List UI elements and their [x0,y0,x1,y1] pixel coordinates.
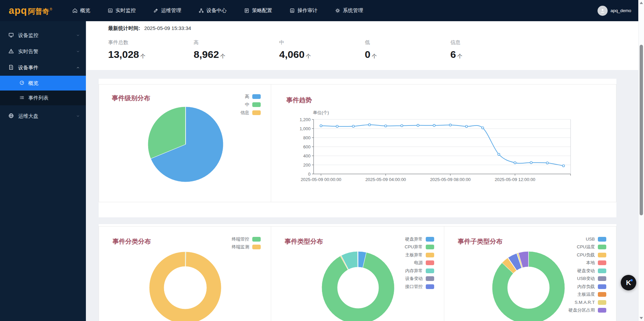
legend-swatch [598,237,606,242]
chevron-down-icon [76,49,80,55]
legend-swatch [252,237,261,242]
legend-item[interactable]: 主板异常 [405,252,434,258]
brand-logo[interactable]: apq阿普奇® [9,5,52,16]
legend-item[interactable]: CPU温度 [569,244,606,250]
legend-item[interactable]: 终端管控 [232,236,261,242]
home-icon [72,8,77,13]
nav-item-nodes[interactable]: 设备中心 [199,7,227,14]
username: apq_demo [611,8,631,13]
vertical-scrollbar[interactable] [638,0,644,321]
stat-card: 事件总数13,028个 [108,39,194,60]
audit-icon [290,8,295,13]
legend-item[interactable]: 内存负载 [569,283,606,290]
nav-item-policy[interactable]: 策略配置 [244,7,272,14]
nav-item-label: 设备中心 [206,7,227,14]
legend-item[interactable]: 本地 [569,260,606,266]
scrollbar-up-arrow[interactable] [640,2,643,4]
topnav-menu: 概览实时监控运维管理设备中心策略配置操作审计系统管理 [72,7,363,14]
legend-label: USB [586,237,595,242]
nav-item-label: 运维管理 [161,7,181,14]
file-event-icon [8,65,14,71]
legend-item[interactable]: 主板温度 [569,291,606,298]
legend-item[interactable]: 设备变动 [405,276,434,282]
legend-item[interactable]: 终端监测 [232,244,261,250]
nav-item-label: 操作审计 [297,7,318,14]
scrollbar-thumb[interactable] [640,45,643,215]
stat-value: 6个 [450,49,536,60]
nav-item-home[interactable]: 概览 [72,7,90,14]
sidebar-item-file-event[interactable]: 设备事件 [0,60,86,76]
stat-value: 13,028个 [108,49,194,60]
stat-unit: 个 [372,53,377,59]
legend-item[interactable]: 电源 [405,260,434,266]
legend-swatch [426,269,434,273]
policy-icon [244,8,249,13]
user-menu[interactable]: apq_demo [598,0,631,21]
legend-item[interactable]: 高 [240,93,261,100]
pencil-icon [153,8,158,13]
chart-event-level: 事件级别分布 高中信息 [99,84,271,202]
legend-item[interactable]: 硬盘异常 [405,236,434,242]
event-type-legend: 硬盘异常CPU异常主板异常电源内存异常设备变动接口管控 [405,236,434,291]
legend-item[interactable]: 中 [240,101,261,108]
svg-text:600: 600 [303,144,311,149]
stat-card: 低0个 [365,39,450,60]
nav-item-monitor-chart[interactable]: 实时监控 [108,7,136,14]
legend-swatch [252,110,261,115]
legend-item[interactable]: 信息 [240,109,261,116]
legend-item[interactable]: USB [569,236,606,242]
legend-item[interactable]: 内存异常 [405,268,434,274]
legend-label: 主板异常 [405,252,423,258]
legend-label: 内存负载 [577,284,595,290]
legend-item[interactable]: CPU负载 [569,252,606,258]
stat-label: 中 [279,39,365,46]
nav-item-audit[interactable]: 操作审计 [290,7,318,14]
legend-item[interactable]: 接口管控 [405,283,434,290]
pie-slice-接口管控[interactable] [358,251,358,267]
legend-swatch [598,308,606,313]
legend-swatch [598,269,606,273]
assistant-button[interactable]: K [621,275,636,290]
x-tick-label: 2025-05-09 04:00:00 [365,177,406,182]
nav-item-pencil[interactable]: 运维管理 [153,7,181,14]
sidebar-item-globe[interactable]: 运维大盘 [0,108,86,124]
legend-label: S.M.A.R.T [575,300,595,305]
sidebar-subitem-list[interactable]: 事件列表 [0,91,86,105]
sidebar-subitem-gauge[interactable]: 概览 [0,76,86,91]
charts-row-1: 事件级别分布 高中信息 事件趋势 02004006008001,0001,200… [99,79,616,217]
legend-item[interactable]: 硬盘变动 [569,268,606,274]
legend-label: USB变动 [577,276,595,282]
stat-unit: 个 [220,53,225,59]
legend-label: 终端管控 [232,236,249,242]
legend-item[interactable]: CPU异常 [405,244,434,250]
legend-item[interactable]: S.M.A.R.T [569,299,606,306]
legend-item[interactable]: USB变动 [569,276,606,282]
chevron-up-icon [76,65,80,71]
stats-panel: 最新统计时间: 2025-05-09 15:33:34 事件总数13,028个高… [87,21,639,70]
event-trend-line-canvas[interactable]: 02004006008001,0001,200单位(个)2025-05-09 0… [271,84,616,202]
sidebar-item-alert[interactable]: 实时告警 [0,43,86,60]
stat-unit: 个 [306,53,311,59]
chart-event-type-title: 事件类型分布 [285,237,323,246]
legend-label: 本地 [586,260,595,266]
charts-card-2: 事件分类分布 终端管控终端监测 事件类型分布 硬盘异常CPU异常主板异常电源内存… [99,226,616,321]
legend-label: 接口管控 [405,284,423,290]
legend-label: 主板温度 [577,291,595,297]
nav-item-gear[interactable]: 系统管理 [335,7,363,14]
x-tick-label: 2025-05-09 08:00:00 [430,177,471,182]
pie-slice-终端监测[interactable] [149,252,221,321]
trend-line-series[interactable] [321,125,564,166]
sidebar-submenu: 概览事件列表 [0,76,86,105]
chart-event-category: 事件分类分布 终端管控终端监测 [99,226,271,321]
sidebar-item-label: 设备事件 [18,65,38,71]
legend-label: CPU负载 [577,252,595,258]
stat-unit: 个 [457,53,462,59]
brand-logo-cn: 阿普奇 [28,7,50,16]
sidebar-item-screen[interactable]: 设备监控 [0,27,86,43]
y-axis-label: 单位(个) [313,110,329,115]
sidebar-item-label: 运维大盘 [18,113,38,119]
nav-item-label: 实时监控 [116,7,136,14]
legend-item[interactable]: 硬盘分区占用 [569,307,606,314]
scrollbar-down-arrow[interactable] [640,317,643,319]
svg-text:800: 800 [303,135,311,140]
